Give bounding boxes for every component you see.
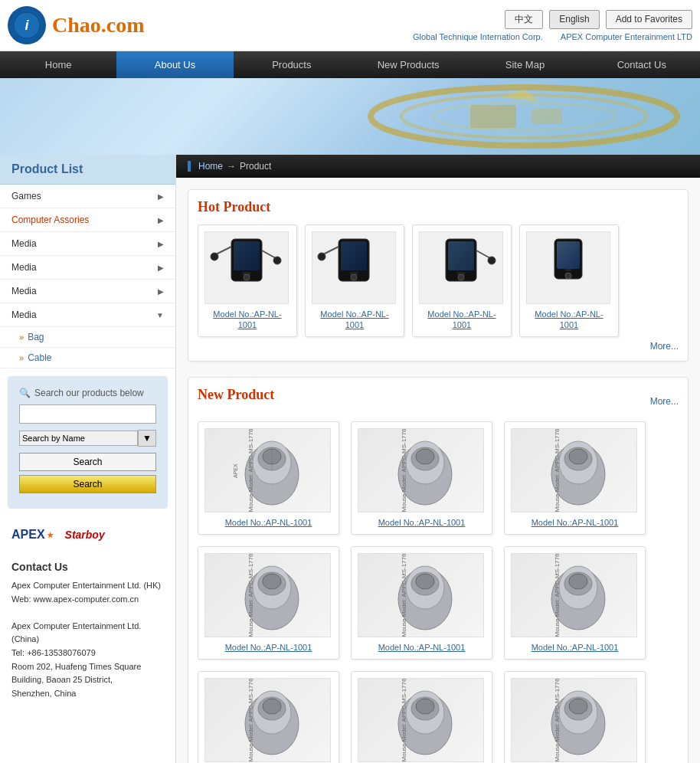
new-product-image-9: Mouse Model: APPC-MS-1776 bbox=[511, 678, 637, 762]
company-info: Global Technique Internation Corp. APEX … bbox=[397, 32, 692, 41]
logo-icon: i bbox=[8, 6, 46, 44]
new-product-2[interactable]: Mouse Model: APPC-MS-1776 Model No.:AP-N… bbox=[351, 421, 492, 535]
new-products-row2: Mouse Model: APPC-MS-1776 Model No.:AP-N… bbox=[198, 546, 679, 660]
sidebar-subitem-cable[interactable]: Cable bbox=[0, 348, 175, 368]
arrow-icon: ▶ bbox=[158, 240, 164, 248]
hot-product-link-2[interactable]: Model No.:AP-NL-1001 bbox=[320, 309, 388, 329]
svg-line-15 bbox=[262, 251, 276, 258]
nav-about[interactable]: About Us bbox=[116, 51, 233, 78]
hot-product-link-3[interactable]: Model No.:AP-NL-1001 bbox=[427, 309, 496, 329]
new-product-1[interactable]: Mouse Model: APPC-MS-1776 APEX Model No.… bbox=[198, 421, 339, 535]
hot-product-1[interactable]: Model No.:AP-NL-1001 bbox=[198, 224, 297, 337]
new-product-3[interactable]: Mouse Model: APPC-MS-1776 Model No.:AP-N… bbox=[504, 421, 646, 535]
contact-section: Contact Us Apex Computer Entertainment L… bbox=[0, 553, 175, 708]
contact-title: Contact Us bbox=[11, 561, 164, 573]
nav-home[interactable]: Home bbox=[0, 51, 116, 78]
search-button-1[interactable]: Search bbox=[19, 453, 156, 471]
sidebar-item-media1[interactable]: Media ▶ bbox=[0, 232, 175, 256]
header-right: 中文 English Add to Favorites Global Techn… bbox=[397, 10, 692, 41]
new-product-image-5: Mouse Model: APPC-MS-1776 bbox=[358, 553, 484, 637]
svg-point-23 bbox=[318, 253, 325, 260]
english-lang-button[interactable]: English bbox=[549, 10, 599, 29]
new-product-link-3[interactable]: Model No.:AP-NL-1001 bbox=[532, 518, 619, 527]
arrow-icon: ▶ bbox=[158, 216, 164, 224]
new-product-5[interactable]: Mouse Model: APPC-MS-1776 Model No.:AP-N… bbox=[351, 546, 492, 660]
nav-site-map[interactable]: Site Map bbox=[466, 51, 583, 78]
svg-point-71 bbox=[569, 699, 587, 714]
new-product-link-2[interactable]: Model No.:AP-NL-1001 bbox=[378, 518, 466, 527]
sidebar-item-computer-assories[interactable]: Computer Assories ▶ bbox=[0, 208, 175, 232]
new-product-link-1[interactable]: Model No.:AP-NL-1001 bbox=[225, 518, 312, 527]
svg-line-13 bbox=[216, 247, 231, 254]
mouse-label-4: Mouse Model: APPC-MS-1776 bbox=[247, 554, 254, 637]
sidebar-subitem-bag[interactable]: Bag bbox=[0, 327, 175, 348]
apex-star-icon: ★ bbox=[47, 531, 54, 539]
banner bbox=[0, 78, 700, 155]
new-products-row3: Mouse Model: APPC-MS-1776 Model No.:AP-N… bbox=[198, 671, 679, 763]
hot-product-link-1[interactable]: Model No.:AP-NL-1001 bbox=[213, 309, 281, 329]
new-product-7[interactable]: Mouse Model: APPC-MS-1776 Model No.:AP-N… bbox=[198, 671, 339, 763]
new-product-image-8: Mouse Model: APPC-MS-1776 bbox=[358, 678, 484, 762]
new-product-link-6[interactable]: Model No.:AP-NL-1001 bbox=[532, 643, 619, 652]
add-favorites-button[interactable]: Add to Favorites bbox=[606, 10, 692, 29]
main-content: Product List Games ▶ Computer Assories ▶… bbox=[0, 155, 700, 763]
new-product-9[interactable]: Mouse Model: APPC-MS-1776 Model No.:AP-N… bbox=[504, 671, 646, 763]
sidebar-item-games[interactable]: Games ▶ bbox=[0, 185, 175, 208]
svg-point-51 bbox=[263, 574, 281, 589]
svg-point-27 bbox=[458, 274, 464, 280]
new-product-link-4[interactable]: Model No.:AP-NL-1001 bbox=[225, 643, 312, 652]
hot-product-3[interactable]: Model No.:AP-NL-1001 bbox=[412, 224, 512, 337]
sidebar-item-media4[interactable]: Media ▼ bbox=[0, 303, 175, 327]
svg-point-67 bbox=[416, 699, 434, 714]
hot-product-2[interactable]: Model No.:AP-NL-1001 bbox=[305, 224, 404, 337]
products-area: Hot Product bbox=[176, 178, 700, 763]
nav-new-products[interactable]: New Products bbox=[350, 51, 466, 78]
new-product-4[interactable]: Mouse Model: APPC-MS-1776 Model No.:AP-N… bbox=[198, 546, 339, 660]
new-products-row1: Mouse Model: APPC-MS-1776 APEX Model No.… bbox=[198, 421, 679, 535]
mouse-label-6: Mouse Model: APPC-MS-1776 bbox=[554, 554, 561, 637]
nav-contact[interactable]: Contact Us bbox=[584, 51, 700, 78]
svg-point-43 bbox=[416, 449, 434, 464]
search-dropdown-arrow[interactable]: ▼ bbox=[138, 430, 156, 447]
product-image-1 bbox=[204, 231, 289, 304]
sidebar-item-media3[interactable]: Media ▶ bbox=[0, 280, 175, 303]
banner-graphic bbox=[363, 82, 685, 151]
search-input[interactable] bbox=[19, 404, 156, 424]
header: i Chao.com 中文 English Add to Favorites G… bbox=[0, 0, 700, 51]
chinese-lang-button[interactable]: 中文 bbox=[505, 10, 543, 29]
hot-more-link[interactable]: More... bbox=[198, 341, 679, 352]
svg-point-21 bbox=[351, 274, 357, 280]
svg-point-3 bbox=[401, 95, 646, 138]
svg-rect-19 bbox=[341, 241, 367, 270]
svg-point-63 bbox=[263, 699, 281, 714]
contact-info: Apex Computer Entertainment Ltd. (HK) We… bbox=[11, 579, 164, 700]
search-button-2[interactable]: Search bbox=[19, 475, 156, 493]
sidebar: Product List Games ▶ Computer Assories ▶… bbox=[0, 155, 176, 763]
new-product-8[interactable]: Mouse Model: APPC-MS-1776 Model No.:AP-N… bbox=[351, 671, 492, 763]
product-image-2 bbox=[312, 231, 396, 304]
svg-rect-5 bbox=[470, 105, 516, 128]
breadcrumb-separator: → bbox=[227, 161, 236, 172]
sidebar-item-media2[interactable]: Media ▶ bbox=[0, 256, 175, 280]
svg-line-22 bbox=[323, 247, 339, 254]
mouse-label-3: Mouse Model: APPC-MS-1776 bbox=[554, 429, 561, 512]
arrow-icon: ▶ bbox=[158, 287, 164, 296]
hot-product-4[interactable]: Model No.:AP-NL-1001 bbox=[519, 224, 619, 337]
starboy-brand: Starboy bbox=[65, 529, 105, 541]
brands-section: APEX★ Starboy bbox=[0, 516, 175, 553]
new-product-image-4: Mouse Model: APPC-MS-1776 bbox=[204, 553, 331, 637]
company1: Global Technique Internation Corp. bbox=[413, 32, 543, 41]
navigation: Home About Us Products New Products Site… bbox=[0, 51, 700, 78]
site-name: Chao.com bbox=[52, 13, 145, 38]
new-more-link[interactable]: More... bbox=[650, 396, 679, 407]
new-product-link-5[interactable]: Model No.:AP-NL-1001 bbox=[378, 643, 466, 652]
mouse-label-9: Mouse Model: APPC-MS-1776 bbox=[554, 679, 561, 762]
hot-product-link-4[interactable]: Model No.:AP-NL-1001 bbox=[535, 309, 603, 329]
arrow-icon: ▶ bbox=[158, 264, 164, 272]
svg-point-47 bbox=[569, 449, 587, 464]
svg-rect-32 bbox=[565, 269, 571, 271]
nav-products[interactable]: Products bbox=[234, 51, 350, 78]
new-product-image-1: Mouse Model: APPC-MS-1776 APEX bbox=[204, 428, 331, 512]
new-product-6[interactable]: Mouse Model: APPC-MS-1776 Model No.:AP-N… bbox=[504, 546, 646, 660]
breadcrumb-home[interactable]: Home bbox=[198, 161, 223, 172]
